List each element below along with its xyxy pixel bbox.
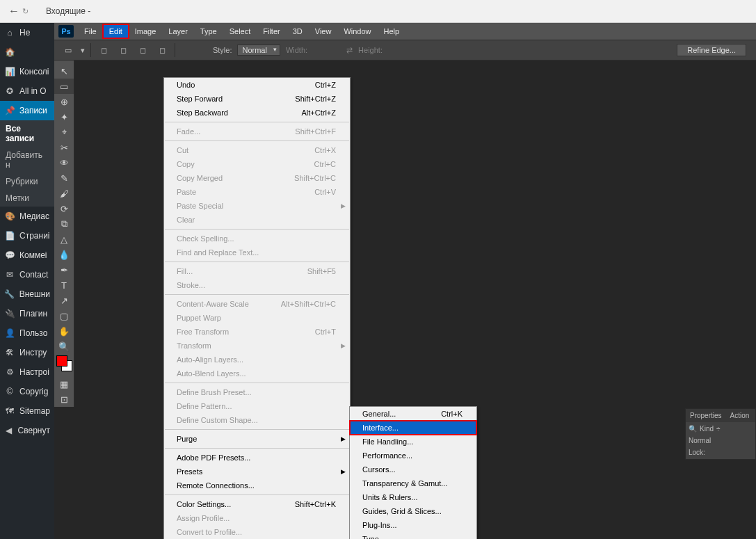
refine-edge-button[interactable]: Refine Edge...: [677, 44, 746, 56]
tool-button[interactable]: T: [54, 277, 74, 293]
tool-button[interactable]: ▦: [54, 376, 74, 392]
wp-sidebar-item[interactable]: 🎨Медиас: [0, 207, 54, 226]
pref-item-plug-ins-[interactable]: Plug-Ins...: [350, 518, 476, 532]
pref-item-performance-[interactable]: Performance...: [350, 449, 476, 462]
tool-button[interactable]: ▢: [54, 308, 74, 323]
properties-tab[interactable]: Properties: [686, 409, 726, 422]
wp-sidebar-item[interactable]: 🔧Внешни: [0, 284, 54, 304]
menu-image[interactable]: Image: [129, 24, 163, 38]
menu-item-copy-merged: Copy MergedShift+Ctrl+C: [164, 171, 350, 185]
wp-sidebar-subitem[interactable]: Рубрики: [0, 173, 54, 190]
tool-button[interactable]: ⟳: [54, 201, 74, 216]
selection-intersect-icon[interactable]: ◻: [155, 43, 169, 57]
wp-sidebar-item[interactable]: ✪All in O: [0, 81, 54, 101]
tool-button[interactable]: ✒: [54, 262, 74, 277]
color-swatches[interactable]: [54, 354, 74, 376]
tool-button[interactable]: ✂: [54, 140, 74, 155]
selection-add-icon[interactable]: ◻: [116, 43, 130, 57]
chevron-down-icon[interactable]: ▾: [81, 46, 85, 55]
search-icon: 🔍: [689, 425, 697, 433]
style-dropdown[interactable]: Normal: [237, 45, 280, 56]
menu-item-step-forward[interactable]: Step ForwardShift+Ctrl+Z: [164, 92, 350, 106]
wp-sidebar-item[interactable]: ◀Свернут: [0, 421, 54, 440]
tool-button[interactable]: ↖: [54, 63, 74, 79]
menu-item-auto-align-layers-: Auto-Align Layers...: [164, 353, 350, 367]
menu-layer[interactable]: Layer: [162, 24, 194, 38]
wp-sidebar-subitem[interactable]: Метки: [0, 190, 54, 207]
tool-button[interactable]: ⊡: [54, 392, 74, 407]
wp-sidebar-subitem[interactable]: Все записи: [0, 120, 54, 147]
menu-item-adobe-pdf-presets-[interactable]: Adobe PDF Presets...: [164, 451, 350, 465]
menu-item-auto-blend-layers-: Auto-Blend Layers...: [164, 367, 350, 380]
menu-select[interactable]: Select: [223, 24, 257, 38]
wp-sidebar-item[interactable]: 🗺Sitemap: [0, 401, 54, 421]
tool-button[interactable]: ⌖: [54, 124, 74, 140]
menu-edit[interactable]: Edit: [103, 24, 129, 38]
menu-3d[interactable]: 3D: [287, 24, 309, 38]
menu-filter[interactable]: Filter: [257, 24, 286, 38]
selection-new-icon[interactable]: ◻: [97, 43, 111, 57]
wp-sidebar-item[interactable]: 🛠Инстру: [0, 343, 54, 362]
menu-file[interactable]: File: [78, 24, 103, 38]
menu-item-paste-special: Paste Special▶: [164, 199, 350, 213]
canvas-area: ↖▭⊕✦⌖✂👁✎🖌⟳⧉△💧✒T↗▢✋🔍▦⊡ UndoCtrl+ZStep For…: [54, 61, 756, 539]
back-button[interactable]: ←: [6, 5, 22, 17]
menu-help[interactable]: Help: [378, 24, 406, 38]
menu-item-undo[interactable]: UndoCtrl+Z: [164, 78, 350, 92]
swap-icon[interactable]: ⇄: [346, 46, 353, 55]
wp-sidebar-item[interactable]: ©Copyrig: [0, 382, 54, 401]
menu-item-stroke-: Stroke...: [164, 278, 350, 292]
edit-menu-dropdown: UndoCtrl+ZStep ForwardShift+Ctrl+ZStep B…: [163, 77, 351, 539]
tool-button[interactable]: 💧: [54, 247, 74, 262]
menu-type[interactable]: Type: [194, 24, 223, 38]
browser-tab[interactable]: Входящие -: [46, 6, 90, 16]
pref-item-transparency-gamut-[interactable]: Transparency & Gamut...: [350, 476, 476, 490]
tool-button[interactable]: ▭: [54, 79, 74, 94]
wp-sidebar-item[interactable]: ⚙Настроі: [0, 362, 54, 382]
pref-item-file-handling-[interactable]: File Handling...: [350, 435, 476, 449]
wp-sidebar-item[interactable]: ✉Contact: [0, 265, 54, 284]
tool-button[interactable]: △: [54, 232, 74, 247]
wp-sidebar-item[interactable]: 📊Консолі: [0, 62, 54, 81]
tool-button[interactable]: 🔍: [54, 339, 74, 354]
pref-item-type-[interactable]: Type...: [350, 532, 476, 539]
marquee-icon[interactable]: ▭: [61, 43, 75, 57]
tool-button[interactable]: ✎: [54, 170, 74, 186]
tool-button[interactable]: ⊕: [54, 94, 74, 109]
wp-sidebar-item[interactable]: 🏠: [0, 42, 54, 62]
reload-button[interactable]: ↻: [22, 7, 39, 16]
menu-item-step-backward[interactable]: Step BackwardAlt+Ctrl+Z: [164, 106, 350, 120]
tool-button[interactable]: 👁: [54, 155, 74, 170]
tool-button[interactable]: ⧉: [54, 216, 74, 232]
selection-subtract-icon[interactable]: ◻: [136, 43, 150, 57]
menu-item-fade-: Fade...Shift+Ctrl+F: [164, 124, 350, 138]
blend-mode[interactable]: Normal: [689, 437, 753, 444]
menu-item-presets[interactable]: Presets▶: [164, 465, 350, 478]
menu-item-color-settings-[interactable]: Color Settings...Shift+Ctrl+K: [164, 497, 350, 511]
pref-item-interface-[interactable]: Interface...: [350, 421, 476, 435]
wp-sidebar-item[interactable]: 🔌Плагин: [0, 304, 54, 323]
tool-button[interactable]: ↗: [54, 293, 74, 308]
menu-window[interactable]: Window: [337, 24, 377, 38]
wp-sidebar-item[interactable]: 👤Пользо: [0, 323, 54, 343]
menu-item-purge[interactable]: Purge▶: [164, 432, 350, 446]
pref-item-cursors-[interactable]: Cursors...: [350, 462, 476, 476]
tool-button[interactable]: ✋: [54, 323, 74, 339]
wp-sidebar-subitem[interactable]: Добавить н: [0, 147, 54, 173]
menu-view[interactable]: View: [309, 24, 338, 38]
wp-sidebar-item[interactable]: 📄Страниі: [0, 226, 54, 246]
tool-button[interactable]: ✦: [54, 109, 74, 124]
pref-item-units-rulers-[interactable]: Units & Rulers...: [350, 490, 476, 504]
menu-item-transform: Transform▶: [164, 339, 350, 353]
tool-button[interactable]: 🖌: [54, 186, 74, 201]
menu-item-check-spelling-: Check Spelling...: [164, 232, 350, 246]
wp-sidebar-item[interactable]: 📌Записи: [0, 101, 54, 120]
wp-sidebar-item[interactable]: 💬Коммеі: [0, 246, 54, 265]
menu-item-define-brush-preset-: Define Brush Preset...: [164, 385, 350, 399]
menu-item-remote-connections-[interactable]: Remote Connections...: [164, 478, 350, 492]
pref-item-general-[interactable]: General...Ctrl+K: [350, 407, 476, 421]
photoshop-window: Ps FileEditImageLayerTypeSelectFilter3DV…: [54, 23, 756, 539]
pref-item-guides-grid-slices-[interactable]: Guides, Grid & Slices...: [350, 504, 476, 518]
wp-sidebar-item[interactable]: ⌂Не: [0, 23, 54, 42]
actions-tab[interactable]: Action: [726, 409, 754, 422]
